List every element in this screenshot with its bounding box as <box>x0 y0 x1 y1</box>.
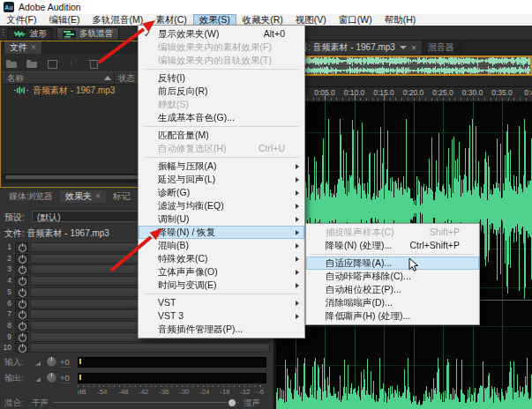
effects-menu-item[interactable]: 静默(S) <box>139 98 304 111</box>
open-file-icon[interactable] <box>6 59 19 69</box>
effects-menu-item[interactable]: 调制(U) <box>139 212 304 226</box>
slot-power-button[interactable] <box>15 264 28 274</box>
output-row: 输出: +0 <box>0 372 273 384</box>
effects-menu-item-label: 前后反向(R) <box>158 86 208 96</box>
sort-ascending-icon <box>104 76 111 80</box>
effects-menu-item[interactable]: VST 3 <box>139 309 304 323</box>
mix-slider-track[interactable] <box>53 402 238 403</box>
delete-icon[interactable] <box>87 59 100 69</box>
effects-menu-item[interactable]: 时间与变调(E) <box>139 279 304 292</box>
slot-power-button[interactable] <box>15 242 28 252</box>
menubar-item[interactable]: 编辑(E) <box>42 14 86 26</box>
close-icon[interactable]: × <box>411 43 416 53</box>
effects-menu-item[interactable]: 匹配音量(M) <box>139 129 304 142</box>
move-up-icon[interactable] <box>67 59 79 69</box>
effects-menu-item[interactable]: 音频插件管理器(P)... <box>139 323 304 336</box>
noise-submenu-item[interactable]: 自动咔嗒声移除(C)... <box>306 270 479 283</box>
menubar-item[interactable]: 帮助(H) <box>378 14 423 26</box>
slot-effect-bar[interactable] <box>30 343 270 353</box>
column-status[interactable]: 状态 <box>118 73 135 85</box>
tab-media-browser[interactable]: 媒体浏览器 <box>4 190 58 203</box>
ruler-tick <box>454 98 455 100</box>
tab-files[interactable]: 文件× <box>4 41 41 54</box>
waveform-view-button[interactable]: 波形 <box>7 27 53 41</box>
tab-effects-rack[interactable]: 效果夹× <box>60 190 106 203</box>
import-file-icon[interactable] <box>26 59 39 69</box>
timeline-ruler[interactable]: 0:05.00:10.00:15.00:20.00:25.00:30.00:35… <box>276 87 532 102</box>
effects-menu-item[interactable]: 自动修复选区(H)Ctrl+U <box>139 142 304 155</box>
effects-menu-item[interactable]: 立体声声像(O) <box>139 265 304 279</box>
slot-power-button[interactable] <box>15 276 28 286</box>
noise-submenu-item-label: 自适应降噪(A)... <box>326 257 392 268</box>
ruler-tick <box>395 98 396 100</box>
power-icon <box>19 289 26 297</box>
input-knob[interactable] <box>46 356 57 368</box>
close-icon[interactable]: × <box>95 191 101 201</box>
noise-submenu-item[interactable]: 自适应降噪(A)... <box>306 257 479 270</box>
shortcut-label: Shift+P <box>430 226 460 239</box>
column-divider[interactable] <box>114 72 115 84</box>
effects-menu-item[interactable]: 延迟与回声(L) <box>139 173 304 186</box>
mix-label: 混合: <box>4 398 24 409</box>
chevron-down-icon[interactable] <box>400 46 407 49</box>
effects-menu-item[interactable]: 诊断(G) <box>139 186 304 199</box>
power-icon <box>19 244 26 252</box>
effects-menu-item[interactable]: VST <box>139 296 304 309</box>
db-scale-label: -30 <box>179 388 190 396</box>
menubar-item[interactable]: 文件(F) <box>0 14 42 26</box>
ruler-tick <box>342 98 343 100</box>
effects-menu-item-label: 编辑效果夹内的音轨效果(T) <box>158 55 272 65</box>
effects-menu-item[interactable]: 混响(B) <box>139 239 304 252</box>
ruler-tick <box>443 98 444 100</box>
effects-menu-item[interactable]: ✓显示效果夹(W)Alt+0 <box>139 27 304 41</box>
tab-mixer[interactable]: 混音器 <box>423 41 461 55</box>
waveform-overview[interactable] <box>276 56 532 76</box>
slot-power-button[interactable] <box>15 254 28 264</box>
effects-menu-item[interactable]: 振幅与压限(A) <box>139 160 304 173</box>
mix-row: 混合: 干声 湿声 <box>0 398 273 408</box>
ruler-tick <box>484 98 485 100</box>
title-bar: Au Adobe Audition <box>0 0 532 14</box>
noise-submenu-item[interactable]: 自动相位校正(P)... <box>306 283 479 296</box>
rack-file-label: 文件: <box>4 228 25 238</box>
effects-menu-item[interactable]: 反转(I) <box>139 71 304 85</box>
slot-power-button[interactable] <box>15 321 28 331</box>
slot-power-button[interactable] <box>15 299 28 309</box>
ruler-tick <box>390 98 391 100</box>
mix-slider-handle[interactable] <box>228 398 236 407</box>
power-icon <box>19 323 26 331</box>
effects-menu-item[interactable]: 降噪(N) / 恢复 <box>139 226 304 239</box>
ruler-tick <box>478 98 479 100</box>
submenu-arrow-icon <box>296 177 299 182</box>
effects-menu-item[interactable]: 滤波与均衡(EQ) <box>139 199 304 212</box>
slot-power-button[interactable] <box>15 332 28 342</box>
menubar-item[interactable]: 窗口(W) <box>333 14 378 26</box>
input-gain-value[interactable]: +0 <box>60 357 70 368</box>
effects-menu-item[interactable]: 编辑效果夹内的音轨效果(T) <box>139 54 304 67</box>
slot-power-button[interactable] <box>15 343 28 353</box>
effects-menu-item[interactable]: 生成基本音色(G)... <box>139 111 304 124</box>
effects-menu-item[interactable]: 特殊效果(C) <box>139 252 304 265</box>
column-name[interactable]: 名称 <box>7 73 24 85</box>
tab-markers[interactable]: 标记 <box>108 190 136 203</box>
effects-menu-item[interactable]: 前后反向(R) <box>139 85 304 98</box>
tab-files-label: 文件 <box>10 42 27 52</box>
editor-toolbar-strip <box>276 76 532 87</box>
slot-power-button[interactable] <box>15 287 28 297</box>
output-knob[interactable] <box>46 372 57 383</box>
insert-multitrack-icon[interactable] <box>47 59 59 69</box>
noise-submenu-item[interactable]: 降噪(N) (处理)...Ctrl+Shift+P <box>306 239 479 252</box>
output-gain-value[interactable]: +0 <box>60 373 70 383</box>
power-icon <box>19 345 26 353</box>
ruler-tick <box>502 98 503 100</box>
overview-waveform-canvas[interactable] <box>276 56 532 76</box>
noise-submenu-item[interactable]: 降低嘶声(H) (处理)... <box>306 309 479 323</box>
close-icon[interactable]: × <box>31 42 36 52</box>
effects-menu-item[interactable]: 编辑效果夹内的素材效果(F) <box>139 41 304 54</box>
noise-submenu-item[interactable]: 消除嗡嗡声(D)... <box>306 296 479 309</box>
multitrack-view-button[interactable]: 多轨混音 <box>56 27 119 41</box>
rack-file-row: 文件: 音频素材 - 1967.mp3 <box>4 227 109 240</box>
slot-power-button[interactable] <box>15 309 28 319</box>
noise-submenu-item[interactable]: 捕捉噪声样本(C)Shift+P <box>306 226 479 239</box>
effects-menu-item-label: 立体声声像(O) <box>158 266 218 277</box>
